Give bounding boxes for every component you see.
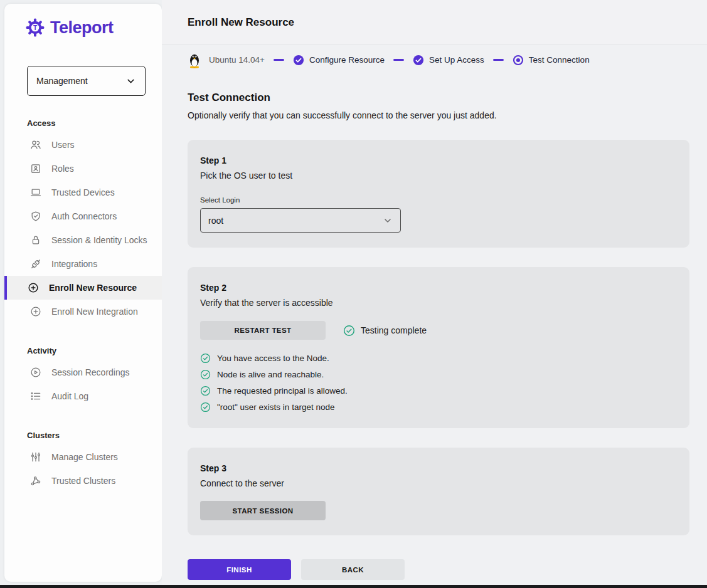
testing-status: Testing complete bbox=[343, 325, 427, 337]
select-login-label: Select Login bbox=[200, 196, 677, 204]
check-circle-icon bbox=[293, 55, 304, 66]
sidebar: T Teleport Management Access Users Roles… bbox=[4, 4, 162, 582]
start-session-button[interactable]: START SESSION bbox=[200, 501, 326, 520]
laptop-icon bbox=[29, 186, 42, 199]
sidebar-item-roles[interactable]: Roles bbox=[4, 157, 162, 181]
step2-description: Verify that the server is accessible bbox=[200, 298, 677, 308]
check-item: "root" user exists in target node bbox=[200, 401, 677, 413]
sidebar-section-clusters: Clusters Manage Clusters Trusted Cluster… bbox=[4, 426, 162, 493]
plus-circle-icon bbox=[29, 305, 42, 318]
sidebar-item-label: Audit Log bbox=[51, 391, 88, 401]
teleport-logo: T Teleport bbox=[4, 4, 162, 38]
linux-penguin-icon bbox=[188, 52, 201, 68]
sidebar-item-users[interactable]: Users bbox=[4, 133, 162, 157]
enroll-stepper: Ubuntu 14.04+ Configure Resource Set Up … bbox=[162, 45, 707, 75]
shield-check-icon bbox=[29, 210, 42, 223]
testing-status-label: Testing complete bbox=[361, 325, 427, 335]
step-label: Test Connection bbox=[529, 55, 590, 65]
id-card-icon bbox=[29, 162, 42, 175]
stepper-connector bbox=[493, 59, 504, 60]
plus-circle-icon bbox=[27, 281, 40, 294]
panel-title: Test Connection bbox=[188, 92, 707, 104]
sidebar-item-session-recordings[interactable]: Session Recordings bbox=[4, 360, 162, 384]
check-item: Node is alive and reachable. bbox=[200, 369, 677, 381]
check-item-label: "root" user exists in target node bbox=[217, 402, 334, 412]
sidebar-item-label: Manage Clusters bbox=[51, 452, 118, 462]
sidebar-item-label: Enroll New Integration bbox=[51, 307, 138, 317]
play-circle-icon bbox=[29, 366, 42, 379]
page-title: Enroll New Resource bbox=[188, 16, 294, 29]
check-circle-outline-icon bbox=[200, 353, 211, 364]
step2-title: Step 2 bbox=[200, 283, 677, 293]
back-button[interactable]: BACK bbox=[301, 559, 405, 580]
check-item: The requested principal is allowed. bbox=[200, 385, 677, 397]
check-item-label: The requested principal is allowed. bbox=[217, 386, 348, 396]
check-circle-outline-icon bbox=[200, 386, 211, 396]
step-label: Configure Resource bbox=[309, 55, 385, 65]
stepper-connector bbox=[274, 59, 284, 60]
sidebar-item-trusted-clusters[interactable]: Trusted Clusters bbox=[4, 469, 162, 493]
svg-text:T: T bbox=[33, 24, 38, 31]
step3-title: Step 3 bbox=[200, 463, 677, 473]
sidebar-item-integrations[interactable]: Integrations bbox=[4, 252, 162, 276]
check-item-label: Node is alive and reachable. bbox=[217, 370, 324, 379]
sidebar-item-auth-connectors[interactable]: Auth Connectors bbox=[4, 204, 162, 228]
finish-button[interactable]: FINISH bbox=[188, 559, 291, 580]
sidebar-item-enroll-new-resource[interactable]: Enroll New Resource bbox=[4, 276, 162, 300]
section-title: Access bbox=[4, 113, 162, 133]
brand-name: Teleport bbox=[50, 18, 114, 38]
sidebar-item-label: Users bbox=[51, 140, 75, 150]
sidebar-item-session-identity-locks[interactable]: Session & Identity Locks bbox=[4, 228, 162, 252]
sidebar-item-label: Session & Identity Locks bbox=[51, 235, 147, 245]
test-connection-panel: Test Connection Optionally verify that y… bbox=[162, 75, 707, 580]
workspace-selector-value: Management bbox=[36, 76, 88, 86]
plug-icon bbox=[29, 258, 42, 270]
sidebar-item-label: Session Recordings bbox=[51, 367, 130, 377]
chevron-down-icon bbox=[383, 216, 393, 226]
page-header: Enroll New Resource bbox=[162, 0, 707, 45]
sidebar-item-audit-log[interactable]: Audit Log bbox=[4, 384, 162, 408]
check-circle-outline-icon bbox=[200, 402, 211, 412]
sidebar-item-trusted-devices[interactable]: Trusted Devices bbox=[4, 181, 162, 204]
sidebar-item-enroll-new-integration[interactable]: Enroll New Integration bbox=[4, 300, 162, 323]
step-label: Set Up Access bbox=[429, 55, 484, 65]
sidebar-item-label: Enroll New Resource bbox=[49, 283, 137, 293]
wizard-actions: FINISH BACK bbox=[188, 559, 707, 580]
stepper-connector bbox=[393, 59, 404, 60]
sidebar-item-manage-clusters[interactable]: Manage Clusters bbox=[4, 445, 162, 469]
sidebar-item-label: Integrations bbox=[51, 259, 97, 269]
chevron-down-icon bbox=[125, 76, 136, 87]
test-checklist: You have access to the Node. Node is ali… bbox=[200, 352, 677, 413]
check-item-label: You have access to the Node. bbox=[217, 354, 329, 363]
step1-card: Step 1 Pick the OS user to test Select L… bbox=[188, 140, 689, 248]
stepper-resource-label: Ubuntu 14.04+ bbox=[209, 55, 265, 65]
stepper-step-configure-resource: Configure Resource bbox=[293, 55, 385, 66]
stepper-step-set-up-access: Set Up Access bbox=[413, 55, 484, 66]
lock-icon bbox=[29, 234, 42, 246]
teleport-gear-icon: T bbox=[25, 18, 45, 38]
sidebar-section-activity: Activity Session Recordings Audit Log bbox=[4, 341, 162, 408]
sidebar-item-label: Trusted Clusters bbox=[51, 476, 115, 486]
restart-test-button[interactable]: RESTART TEST bbox=[200, 321, 326, 340]
main-area: Enroll New Resource Ubuntu 14.04+ Config… bbox=[162, 0, 707, 585]
sidebar-item-label: Auth Connectors bbox=[51, 211, 117, 221]
check-item: You have access to the Node. bbox=[200, 352, 677, 364]
section-title: Clusters bbox=[4, 426, 162, 445]
step2-card: Step 2 Verify that the server is accessi… bbox=[188, 267, 689, 428]
step3-description: Connect to the server bbox=[200, 478, 677, 488]
window-bottom-edge bbox=[0, 585, 707, 588]
panel-subtitle: Optionally verify that you can successfu… bbox=[188, 110, 707, 120]
login-select-value: root bbox=[208, 216, 223, 226]
step1-description: Pick the OS user to test bbox=[200, 171, 677, 181]
sidebar-item-label: Trusted Devices bbox=[51, 187, 115, 197]
step1-title: Step 1 bbox=[200, 155, 677, 165]
sidebar-item-label: Roles bbox=[51, 164, 74, 174]
sliders-icon bbox=[29, 451, 42, 463]
workspace-selector[interactable]: Management bbox=[27, 66, 146, 96]
users-icon bbox=[29, 139, 42, 151]
list-icon bbox=[29, 390, 42, 402]
login-select[interactable]: root bbox=[200, 208, 401, 233]
check-circle-outline-icon bbox=[200, 369, 211, 380]
stepper-step-test-connection: Test Connection bbox=[513, 55, 590, 66]
check-circle-outline-icon bbox=[343, 325, 355, 337]
